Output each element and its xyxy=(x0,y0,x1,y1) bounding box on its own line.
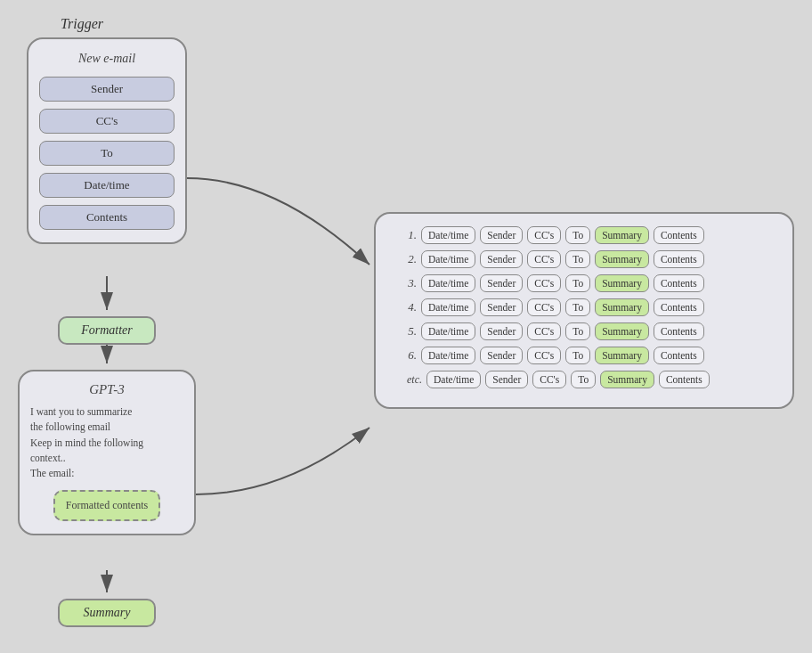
row-number-2: 2. xyxy=(390,252,417,266)
cell-datetime-3: Date/time xyxy=(421,274,475,292)
cell-summary-6: Summary xyxy=(595,347,649,364)
cell-summary-4: Summary xyxy=(595,298,649,316)
cell-to-4: To xyxy=(565,298,590,316)
table-row-2: 2. Date/time Sender CC's To Summary Cont… xyxy=(390,250,778,268)
row-number-6: 6. xyxy=(390,348,417,363)
cell-contents-1: Contents xyxy=(654,226,704,244)
cell-ccs-3: CC's xyxy=(527,274,561,292)
trigger-label: Trigger xyxy=(61,16,103,32)
cell-contents-6: Contents xyxy=(654,347,704,364)
cell-sender-5: Sender xyxy=(480,322,523,340)
gpt3-prompt-text: I want you to summarizethe following ema… xyxy=(30,404,183,481)
cell-contents-4: Contents xyxy=(654,298,704,316)
row-number-etc: etc. xyxy=(390,373,422,387)
cell-contents-5: Contents xyxy=(654,322,704,340)
cell-to-etc: To xyxy=(571,371,596,388)
row-number-1: 1. xyxy=(390,228,417,242)
cell-datetime-2: Date/time xyxy=(421,250,475,268)
cell-ccs-4: CC's xyxy=(527,298,561,316)
diagram: Trigger New e-mail Sender CC's To Date/t… xyxy=(0,0,812,653)
table-row-4: 4. Date/time Sender CC's To Summary Cont… xyxy=(390,298,778,316)
cell-to-5: To xyxy=(565,322,590,340)
cell-ccs-5: CC's xyxy=(527,322,561,340)
cell-contents-2: Contents xyxy=(654,250,704,268)
cell-sender-etc: Sender xyxy=(485,371,528,388)
cell-sender-4: Sender xyxy=(480,298,523,316)
new-email-box: New e-mail Sender CC's To Date/time Cont… xyxy=(27,37,187,244)
row-number-5: 5. xyxy=(390,324,417,339)
row-number-3: 3. xyxy=(390,276,417,290)
cell-sender-3: Sender xyxy=(480,274,523,292)
table-row-5: 5. Date/time Sender CC's To Summary Cont… xyxy=(390,322,778,340)
cell-summary-etc: Summary xyxy=(600,371,654,388)
field-to: To xyxy=(39,141,175,166)
cell-summary-3: Summary xyxy=(595,274,649,292)
table-row-6: 6. Date/time Sender CC's To Summary Cont… xyxy=(390,347,778,364)
field-ccs: CC's xyxy=(39,109,175,134)
cell-sender-1: Sender xyxy=(480,226,523,244)
cell-summary-1: Summary xyxy=(595,226,649,244)
cell-datetime-5: Date/time xyxy=(421,322,475,340)
cell-datetime-1: Date/time xyxy=(421,226,475,244)
cell-ccs-1: CC's xyxy=(527,226,561,244)
cell-to-2: To xyxy=(565,250,590,268)
cell-to-6: To xyxy=(565,347,590,364)
new-email-label: New e-mail xyxy=(39,52,175,66)
field-contents: Contents xyxy=(39,205,175,230)
summary-bottom-box: Summary xyxy=(58,599,156,627)
gpt3-label: GPT-3 xyxy=(30,382,183,397)
cell-contents-etc: Contents xyxy=(659,371,710,388)
cell-to-1: To xyxy=(565,226,590,244)
cell-ccs-etc: CC's xyxy=(532,371,566,388)
gpt3-box: GPT-3 I want you to summarizethe followi… xyxy=(18,370,196,535)
cell-summary-2: Summary xyxy=(595,250,649,268)
cell-sender-2: Sender xyxy=(480,250,523,268)
table-box: 1. Date/time Sender CC's To Summary Cont… xyxy=(374,212,794,409)
row-number-4: 4. xyxy=(390,300,417,314)
formatter-box: Formatter xyxy=(58,316,156,345)
cell-datetime-etc: Date/time xyxy=(426,371,481,388)
cell-datetime-4: Date/time xyxy=(421,298,475,316)
cell-sender-6: Sender xyxy=(480,347,523,364)
cell-summary-5: Summary xyxy=(595,322,649,340)
table-row-etc: etc. Date/time Sender CC's To Summary Co… xyxy=(390,371,778,388)
cell-contents-3: Contents xyxy=(654,274,704,292)
table-row-1: 1. Date/time Sender CC's To Summary Cont… xyxy=(390,226,778,244)
field-sender: Sender xyxy=(39,77,175,102)
cell-ccs-6: CC's xyxy=(527,347,561,364)
cell-ccs-2: CC's xyxy=(527,250,561,268)
table-row-3: 3. Date/time Sender CC's To Summary Cont… xyxy=(390,274,778,292)
cell-datetime-6: Date/time xyxy=(421,347,475,364)
formatted-contents-btn: Formatted contents xyxy=(53,490,160,521)
cell-to-3: To xyxy=(565,274,590,292)
field-datetime: Date/time xyxy=(39,173,175,198)
